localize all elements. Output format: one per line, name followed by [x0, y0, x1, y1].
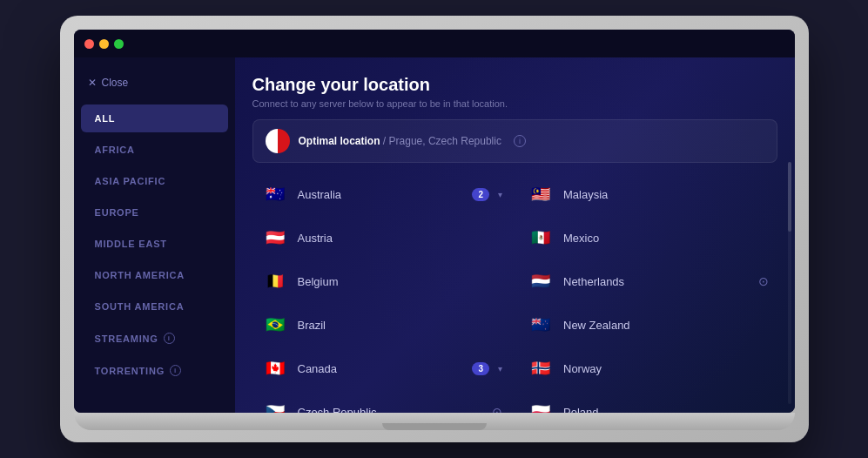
country-name-mexico: Mexico — [563, 232, 769, 245]
country-name-malaysia: Malaysia — [563, 188, 769, 201]
sidebar-item-north-america[interactable]: NORTH AMERICA — [81, 261, 228, 289]
download-netherlands-icon[interactable]: ⊙ — [758, 274, 769, 288]
app-window: ✕ Close ALL AFRICA ASIA PACIFIC EUROPE — [74, 57, 795, 413]
laptop-base — [74, 413, 795, 430]
torrenting-info-icon[interactable]: i — [170, 365, 181, 376]
sidebar-label-africa: AFRICA — [95, 145, 135, 155]
sidebar-label-streaming: STREAMING — [95, 333, 158, 344]
optimal-flag — [266, 129, 290, 153]
country-row-mexico[interactable]: 🇲🇽 Mexico — [518, 217, 777, 259]
flag-poland: 🇵🇱 — [527, 398, 555, 413]
server-badge-australia: 2 — [472, 188, 489, 201]
sidebar-item-south-america[interactable]: SOUTH AMERICA — [81, 293, 228, 320]
country-name-norway: Norway — [563, 362, 769, 375]
flag-australia: 🇦🇺 — [261, 180, 289, 208]
flag-malaysia: 🇲🇾 — [527, 180, 555, 208]
close-label: Close — [102, 77, 129, 89]
traffic-light-yellow[interactable] — [99, 39, 109, 49]
flag-norway: 🇳🇴 — [527, 354, 555, 382]
sidebar-item-torrenting[interactable]: TORRENTING i — [81, 356, 228, 385]
optimal-label: Optimal location — [299, 135, 380, 147]
country-name-poland: Poland — [563, 406, 769, 414]
sidebar-label-middle-east: MIDDLE EAST — [95, 239, 167, 249]
optimal-info-icon[interactable]: i — [514, 135, 526, 147]
country-row-canada[interactable]: 🇨🇦 Canada 3 ▾ — [252, 347, 512, 389]
server-badge-canada: 3 — [472, 362, 489, 375]
scrollbar-thumb[interactable] — [788, 162, 791, 232]
sidebar-label-south-america: SOUTH AMERICA — [95, 301, 185, 312]
country-row-netherlands[interactable]: 🇳🇱 Netherlands ⊙ — [518, 260, 777, 302]
header: Change your location Connect to any serv… — [252, 75, 777, 109]
country-row-australia[interactable]: 🇦🇺 Australia 2 ▾ — [252, 173, 512, 215]
optimal-text: Optimal location / Prague, Czech Republi… — [299, 135, 501, 147]
main-content: Change your location Connect to any serv… — [235, 57, 795, 413]
country-name-czech-republic: Czech Republic — [298, 406, 484, 414]
country-name-australia: Australia — [298, 188, 464, 201]
chevron-canada-icon: ▾ — [498, 364, 502, 374]
country-name-canada: Canada — [298, 362, 464, 375]
sidebar-item-middle-east[interactable]: MIDDLE EAST — [81, 230, 228, 258]
flag-belgium: 🇧🇪 — [261, 267, 289, 295]
page-title: Change your location — [252, 75, 777, 95]
sidebar-item-africa[interactable]: AFRICA — [81, 136, 228, 164]
country-row-norway[interactable]: 🇳🇴 Norway — [518, 347, 777, 389]
streaming-info-icon[interactable]: i — [164, 333, 175, 344]
country-name-netherlands: Netherlands — [563, 275, 750, 288]
sidebar-item-asia-pacific[interactable]: ASIA PACIFIC — [81, 167, 228, 195]
country-row-austria[interactable]: 🇦🇹 Austria — [252, 217, 512, 259]
country-name-belgium: Belgium — [298, 275, 503, 288]
sidebar: ✕ Close ALL AFRICA ASIA PACIFIC EUROPE — [74, 57, 235, 413]
laptop-container: ✕ Close ALL AFRICA ASIA PACIFIC EUROPE — [60, 16, 809, 442]
traffic-light-red[interactable] — [84, 39, 94, 49]
close-button[interactable]: ✕ Close — [74, 71, 235, 94]
flag-brazil: 🇧🇷 — [261, 311, 289, 339]
traffic-light-green[interactable] — [114, 39, 124, 49]
flag-mexico: 🇲🇽 — [527, 224, 555, 252]
traffic-lights — [84, 39, 124, 49]
scrollbar-track — [788, 162, 791, 404]
optimal-bar[interactable]: Optimal location / Prague, Czech Republi… — [252, 119, 777, 163]
close-x-icon: ✕ — [88, 77, 97, 89]
country-row-poland[interactable]: 🇵🇱 Poland — [518, 391, 777, 413]
sidebar-item-all[interactable]: ALL — [81, 104, 228, 132]
country-name-austria: Austria — [298, 232, 503, 245]
sidebar-item-europe[interactable]: EUROPE — [81, 199, 228, 226]
optimal-separator: / — [383, 135, 389, 147]
countries-grid: 🇦🇺 Australia 2 ▾ 🇲🇾 Malaysia 🇦🇹 Austria — [252, 173, 777, 413]
sidebar-label-north-america: NORTH AMERICA — [95, 270, 185, 280]
optimal-location: Prague, Czech Republic — [389, 135, 501, 147]
chevron-australia-icon: ▾ — [498, 190, 502, 199]
sidebar-label-asia-pacific: ASIA PACIFIC — [95, 176, 166, 186]
flag-new-zealand: 🇳🇿 — [527, 311, 555, 339]
laptop-outer: ✕ Close ALL AFRICA ASIA PACIFIC EUROPE — [60, 16, 809, 442]
country-row-czech-republic[interactable]: 🇨🇿 Czech Republic ⊙ — [252, 391, 512, 413]
country-name-new-zealand: New Zealand — [563, 319, 769, 332]
sidebar-item-streaming[interactable]: STREAMING i — [81, 324, 228, 353]
download-czech-icon[interactable]: ⊙ — [492, 405, 502, 413]
sidebar-label-europe: EUROPE — [95, 207, 139, 218]
country-name-brazil: Brazil — [298, 319, 503, 332]
page-subtitle: Connect to any server below to appear to… — [252, 98, 777, 109]
country-row-belgium[interactable]: 🇧🇪 Belgium — [252, 260, 512, 302]
flag-canada: 🇨🇦 — [261, 354, 289, 382]
country-row-malaysia[interactable]: 🇲🇾 Malaysia — [518, 173, 777, 215]
flag-czech-republic: 🇨🇿 — [261, 398, 289, 413]
flag-netherlands: 🇳🇱 — [527, 267, 555, 295]
country-row-new-zealand[interactable]: 🇳🇿 New Zealand — [518, 304, 777, 346]
flag-austria: 🇦🇹 — [261, 224, 289, 252]
screen: ✕ Close ALL AFRICA ASIA PACIFIC EUROPE — [74, 30, 795, 413]
sidebar-label-torrenting: TORRENTING — [95, 366, 165, 376]
sidebar-label-all: ALL — [95, 113, 116, 124]
title-bar — [74, 30, 795, 57]
country-row-brazil[interactable]: 🇧🇷 Brazil — [252, 304, 512, 346]
